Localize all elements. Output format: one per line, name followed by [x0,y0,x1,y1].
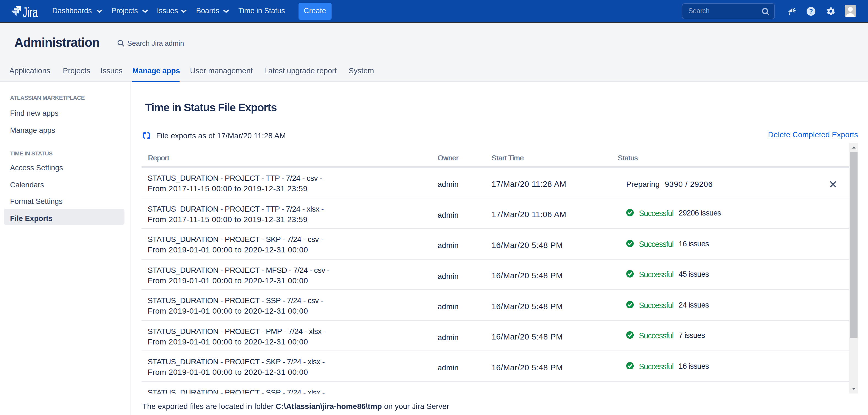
svg-text:?: ? [809,8,813,15]
